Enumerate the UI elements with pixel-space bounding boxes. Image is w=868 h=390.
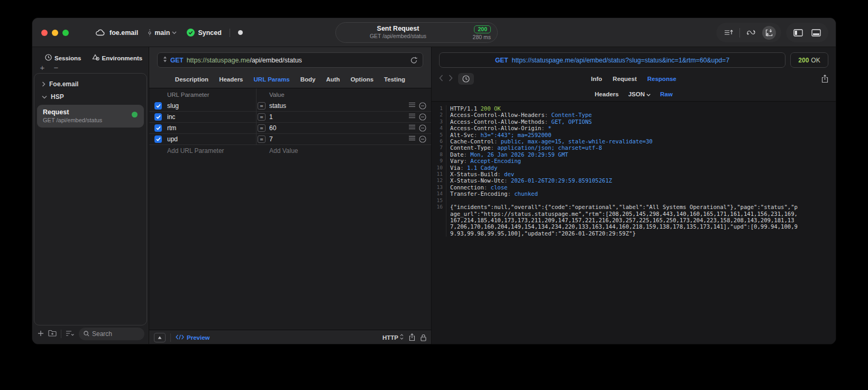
tab-sessions-label: Sessions <box>54 55 81 61</box>
row-options-icon[interactable] <box>409 102 415 110</box>
sidebar-panel-icon[interactable] <box>791 26 805 40</box>
line-text: HTTP/1.1 200 OK <box>446 105 836 112</box>
sent-request-status: 200 280 ms <box>473 25 491 40</box>
param-enabled-checkbox[interactable] <box>154 102 162 110</box>
request-list-item-selected[interactable]: Request GET /api/embed/status <box>37 105 144 128</box>
forward-chevron-icon[interactable] <box>449 74 453 84</box>
response-tab-response[interactable]: Response <box>647 76 677 82</box>
history-clock-button[interactable] <box>458 73 474 85</box>
zoom-window-button[interactable] <box>62 30 69 36</box>
request-url-bar[interactable]: GET https://statuspage.me/api/embed/stat… <box>157 52 423 68</box>
response-subtab-raw[interactable]: Raw <box>660 91 673 97</box>
line-number: 11 <box>432 171 446 177</box>
request-method[interactable]: GET <box>170 57 184 64</box>
branch-selector[interactable]: main <box>147 29 177 37</box>
new-folder-icon[interactable] <box>48 329 57 339</box>
lock-icon[interactable] <box>421 334 426 341</box>
refresh-icon[interactable] <box>410 57 417 64</box>
param-enabled-checkbox[interactable] <box>154 124 162 132</box>
param-name-field[interactable]: rtm <box>167 124 256 132</box>
response-url-box[interactable]: GET https://statuspage.me/api/embed/stat… <box>439 52 785 68</box>
tab-sessions[interactable]: Sessions <box>45 54 81 62</box>
add-request-icon[interactable] <box>38 329 44 339</box>
remove-row-icon[interactable] <box>419 135 426 143</box>
sync-loop-icon[interactable] <box>744 26 758 40</box>
request-list-icon[interactable] <box>721 26 735 40</box>
request-tab-body[interactable]: Body <box>300 76 316 83</box>
remove-row-icon[interactable] <box>419 124 426 132</box>
response-line: 10Via: 1.1 Caddy <box>432 165 836 171</box>
param-enabled-checkbox[interactable] <box>154 113 162 121</box>
tab-environments[interactable]: Environments <box>92 54 143 62</box>
project-info: foe.email main Synced <box>96 18 243 47</box>
param-value-field[interactable]: =status <box>256 101 404 111</box>
response-subtab-headers[interactable]: Headers <box>595 91 618 97</box>
add-url-parameter[interactable]: Add URL Parameter <box>167 147 256 155</box>
method-selector-icon[interactable] <box>163 56 167 64</box>
param-value-field[interactable]: =7 <box>256 134 404 144</box>
request-tab-url-params[interactable]: URL Params <box>254 76 290 83</box>
response-body[interactable]: 1HTTP/1.1 200 OK2Access-Control-Allow-He… <box>432 101 836 344</box>
search-bar[interactable] <box>79 328 144 340</box>
search-input[interactable] <box>92 330 140 338</box>
share-icon[interactable] <box>409 333 415 341</box>
response-subtab-json[interactable]: JSON <box>628 91 651 97</box>
row-options-icon[interactable] <box>409 124 415 132</box>
bottom-panel-icon[interactable] <box>809 26 823 40</box>
sent-request-pill[interactable]: Sent Request GET /api/embed/status 200 2… <box>335 22 498 43</box>
request-tab-description[interactable]: Description <box>175 76 208 83</box>
line-number: 16 <box>432 204 446 237</box>
request-tab-auth[interactable]: Auth <box>326 76 340 83</box>
row-options-icon[interactable] <box>409 113 415 121</box>
param-row: slug=status <box>149 101 431 112</box>
line-text: Cache-Control: public, max-age=15, stale… <box>446 138 836 144</box>
request-url[interactable]: https://statuspage.me/api/embed/status <box>187 57 302 64</box>
line-number: 8 <box>432 151 446 158</box>
code-icon <box>176 334 184 341</box>
remove-row-icon[interactable] <box>419 102 426 110</box>
param-name-field[interactable]: slug <box>167 102 256 110</box>
param-name-field[interactable]: upd <box>167 135 256 143</box>
sent-request-subtitle: GET /api/embed/status <box>336 33 460 39</box>
request-tab-testing[interactable]: Testing <box>384 76 405 83</box>
sync-status[interactable]: Synced <box>187 29 221 37</box>
protocol-selector[interactable]: HTTP <box>382 334 404 341</box>
app-window: foe.email main Synced Sent Request GET /… <box>32 17 836 344</box>
tree-item-hsp[interactable]: HSP <box>34 90 147 103</box>
import-export-icon[interactable] <box>762 26 776 40</box>
remove-row-icon[interactable] <box>419 113 426 121</box>
minimize-window-button[interactable] <box>52 30 58 36</box>
preview-button[interactable]: Preview <box>176 334 209 341</box>
remove-session-button[interactable]: − <box>52 64 60 71</box>
tree-item-label: Foe.email <box>49 80 78 88</box>
param-enabled-checkbox[interactable] <box>154 135 162 143</box>
sent-request-text: Sent Request GET /api/embed/status <box>336 25 460 39</box>
response-line: 16{"incidents":null,"overall":{"code":"o… <box>432 204 836 237</box>
project-name[interactable]: foe.email <box>109 29 138 37</box>
preview-label: Preview <box>187 334 209 341</box>
response-tab-request[interactable]: Request <box>613 76 636 82</box>
collapse-panel-button[interactable] <box>154 333 166 342</box>
back-chevron-icon[interactable] <box>439 74 443 84</box>
add-session-button[interactable]: + <box>39 64 46 71</box>
sort-list-icon[interactable] <box>66 329 75 339</box>
request-tab-options[interactable]: Options <box>351 76 373 83</box>
line-number: 3 <box>432 119 446 125</box>
response-line: 2Access-Control-Allow-Headers: Content-T… <box>432 112 836 118</box>
tree-item-foe-email[interactable]: Foe.email <box>34 78 147 90</box>
response-tab-info[interactable]: Info <box>591 76 602 82</box>
param-name-field[interactable]: inc <box>167 113 256 121</box>
request-tab-headers[interactable]: Headers <box>219 76 243 83</box>
equals-icon: = <box>258 102 266 110</box>
response-status-box: 200 OK <box>790 52 828 68</box>
close-window-button[interactable] <box>41 30 48 36</box>
export-response-icon[interactable] <box>821 75 828 83</box>
row-options-icon[interactable] <box>409 135 415 143</box>
sidebar: Sessions Environments + − Foe.email HSP <box>32 47 149 344</box>
param-value-field[interactable]: =60 <box>256 123 404 133</box>
response-panel: GET https://statuspage.me/api/embed/stat… <box>432 47 836 344</box>
line-number: 5 <box>432 132 446 138</box>
param-value-field[interactable]: =1 <box>256 112 404 122</box>
add-value[interactable]: Add Value <box>256 147 404 155</box>
params-header-row: URL Parameter Value <box>149 88 431 101</box>
